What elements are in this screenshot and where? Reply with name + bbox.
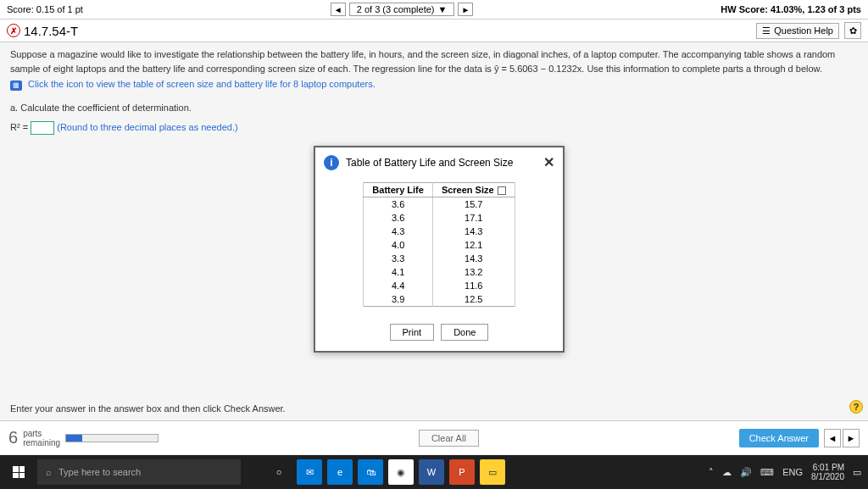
notifications-icon[interactable]: ▭ — [853, 467, 861, 478]
onedrive-icon[interactable]: ☁ — [722, 467, 732, 478]
table-row: 4.113.2 — [364, 265, 515, 279]
progress-bar — [65, 434, 159, 442]
cell-battery: 4.3 — [364, 225, 433, 238]
windows-icon — [13, 466, 25, 478]
check-answer-button[interactable]: Check Answer — [739, 429, 819, 447]
cell-screen: 12.5 — [432, 292, 515, 307]
store-icon[interactable]: 🛍 — [358, 459, 383, 485]
taskbar-search[interactable]: ⌕ Type here to search — [37, 459, 241, 485]
answer-instruction: Enter your answer in the answer box and … — [10, 403, 286, 414]
mail-icon[interactable]: ✉ — [297, 459, 322, 485]
next-part-button[interactable]: ► — [843, 429, 860, 447]
help-label: Question Help — [774, 25, 833, 36]
chevron-down-icon: ▼ — [438, 4, 448, 14]
list-icon: ☰ — [762, 25, 771, 36]
next-question-button[interactable]: ► — [458, 3, 473, 16]
round-note: (Round to three decimal places as needed… — [57, 122, 237, 132]
cell-screen: 14.3 — [432, 252, 515, 265]
data-table-modal: i Table of Battery Life and Screen Size … — [314, 146, 565, 353]
question-id: 14.7.54-T — [24, 24, 78, 38]
cell-battery: 4.1 — [364, 265, 433, 279]
explorer-icon[interactable]: ▭ — [480, 459, 505, 485]
problem-intro: Suppose a magazine would like to investi… — [10, 47, 858, 75]
data-table: Battery Life Screen Size 3.615.73.617.14… — [363, 182, 515, 307]
language-indicator[interactable]: ENG — [782, 467, 803, 477]
modal-title: Table of Battery Life and Screen Size — [346, 157, 513, 169]
click-icon-note: Click the icon to view the table of scre… — [28, 79, 376, 89]
windows-taskbar: ⌕ Type here to search ○ ✉ e 🛍 ◉ W P ▭ ˄ … — [0, 455, 868, 489]
cortana-icon[interactable]: ○ — [266, 459, 292, 485]
cell-battery: 4.0 — [364, 238, 433, 252]
table-icon[interactable]: ▦ — [10, 81, 22, 91]
cell-screen: 13.2 — [432, 265, 515, 279]
tray-time: 6:01 PM — [811, 463, 844, 472]
clear-all-button[interactable]: Clear All — [419, 430, 479, 447]
score-label: Score: 0.15 of 1 pt — [7, 4, 83, 14]
cell-battery: 3.6 — [364, 211, 433, 225]
table-row: 3.314.3 — [364, 252, 515, 265]
question-help-button[interactable]: ☰ Question Help — [756, 23, 839, 39]
info-icon: i — [324, 155, 339, 170]
tray-up-icon[interactable]: ˄ — [709, 467, 714, 478]
r2-prefix: R² = — [10, 122, 28, 132]
cell-screen: 14.3 — [432, 225, 515, 238]
cell-battery: 4.4 — [364, 279, 433, 292]
cell-battery: 3.6 — [364, 197, 433, 212]
r2-input[interactable] — [31, 121, 54, 135]
parts-remaining-count: 6 — [8, 428, 18, 447]
keyboard-icon[interactable]: ⌨ — [760, 467, 774, 478]
table-row: 3.617.1 — [364, 211, 515, 225]
search-placeholder: Type here to search — [58, 467, 141, 477]
hw-score-label: HW Score: 41.03%, 1.23 of 3 pts — [721, 4, 861, 14]
settings-button[interactable]: ✿ — [844, 22, 861, 39]
chrome-icon[interactable]: ◉ — [388, 459, 414, 485]
powerpoint-icon[interactable]: P — [449, 459, 475, 485]
help-icon[interactable]: ? — [849, 400, 863, 414]
cell-screen: 15.7 — [432, 197, 515, 212]
part-a-label: a. Calculate the coefficient of determin… — [10, 103, 858, 113]
cell-screen: 17.1 — [432, 211, 515, 225]
prev-question-button[interactable]: ◄ — [331, 3, 346, 16]
progress-text: 2 of 3 (3 complete) — [357, 4, 435, 14]
search-icon: ⌕ — [46, 467, 52, 477]
table-row: 3.615.7 — [364, 197, 515, 212]
table-row: 4.314.3 — [364, 225, 515, 238]
table-row: 3.912.5 — [364, 292, 515, 307]
tray-clock[interactable]: 6:01 PM 8/1/2020 — [811, 463, 844, 481]
word-icon[interactable]: W — [419, 459, 444, 485]
parts-remaining-label: parts remaining — [23, 429, 60, 447]
print-button[interactable]: Print — [390, 324, 435, 341]
table-row: 4.411.6 — [364, 279, 515, 292]
incorrect-icon: ✗ — [7, 24, 20, 37]
edge-icon[interactable]: e — [327, 459, 353, 485]
tray-date: 8/1/2020 — [811, 472, 844, 481]
start-button[interactable] — [0, 455, 37, 489]
cell-battery: 3.9 — [364, 292, 433, 307]
prev-part-button[interactable]: ◄ — [824, 429, 841, 447]
cell-screen: 12.1 — [432, 238, 515, 252]
gear-icon: ✿ — [849, 25, 857, 36]
done-button[interactable]: Done — [441, 324, 488, 341]
copy-icon[interactable] — [498, 186, 506, 195]
col-battery-life: Battery Life — [364, 183, 433, 197]
table-row: 4.012.1 — [364, 238, 515, 252]
cell-screen: 11.6 — [432, 279, 515, 292]
volume-icon[interactable]: 🔊 — [740, 467, 752, 478]
cell-battery: 3.3 — [364, 252, 433, 265]
modal-close-button[interactable]: ✕ — [543, 154, 554, 170]
progress-dropdown[interactable]: 2 of 3 (3 complete) ▼ — [349, 3, 455, 16]
col-screen-size: Screen Size — [432, 183, 515, 197]
